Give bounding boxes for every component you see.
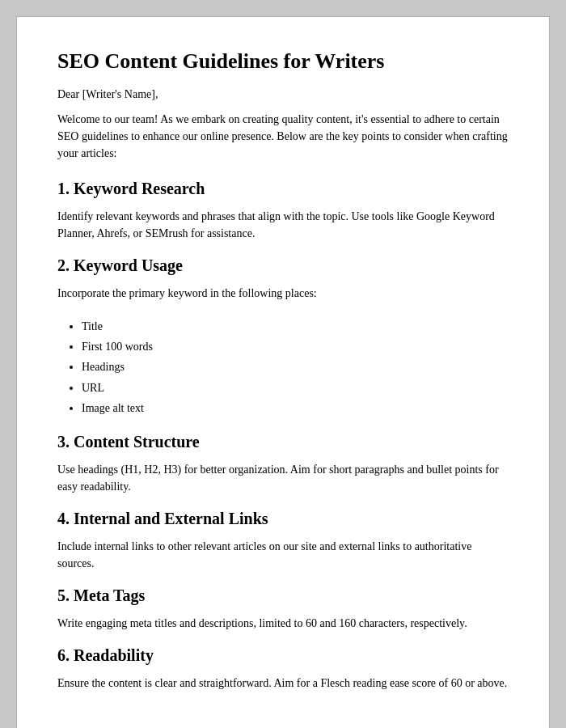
section-body-2: Incorporate the primary keyword in the f… [57, 285, 509, 302]
section-body-4: Include internal links to other relevant… [57, 538, 509, 572]
section-heading-5: 5. Meta Tags [57, 586, 509, 605]
section-body-1: Identify relevant keywords and phrases t… [57, 208, 509, 242]
list-item: URL [82, 378, 509, 398]
section-body-6: Ensure the content is clear and straight… [57, 675, 509, 692]
section-3: 3. Content StructureUse headings (H1, H2… [57, 433, 509, 495]
section-body-3: Use headings (H1, H2, H3) for better org… [57, 461, 509, 495]
section-5: 5. Meta TagsWrite engaging meta titles a… [57, 586, 509, 632]
section-heading-6: 6. Readability [57, 646, 509, 665]
section-1: 1. Keyword ResearchIdentify relevant key… [57, 180, 509, 242]
section-heading-2: 2. Keyword Usage [57, 256, 509, 275]
section-body-5: Write engaging meta titles and descripti… [57, 615, 509, 632]
salutation: Dear [Writer's Name], [57, 88, 509, 101]
list-item: Image alt text [82, 398, 509, 418]
section-heading-4: 4. Internal and External Links [57, 510, 509, 528]
section-list-2: TitleFirst 100 wordsHeadingsURLImage alt… [82, 316, 509, 418]
document-container: SEO Content Guidelines for Writers Dear … [16, 16, 550, 728]
section-heading-3: 3. Content Structure [57, 433, 509, 451]
list-item: Title [82, 316, 509, 336]
list-item: Headings [82, 357, 509, 377]
document-title: SEO Content Guidelines for Writers [57, 49, 509, 74]
section-4: 4. Internal and External LinksInclude in… [57, 510, 509, 572]
intro-paragraph: Welcome to our team! As we embark on cre… [57, 111, 509, 162]
list-item: First 100 words [82, 336, 509, 357]
section-2: 2. Keyword UsageIncorporate the primary … [57, 256, 509, 418]
sections-container: 1. Keyword ResearchIdentify relevant key… [57, 180, 509, 692]
section-6: 6. ReadabilityEnsure the content is clea… [57, 646, 509, 692]
section-heading-1: 1. Keyword Research [57, 180, 509, 198]
